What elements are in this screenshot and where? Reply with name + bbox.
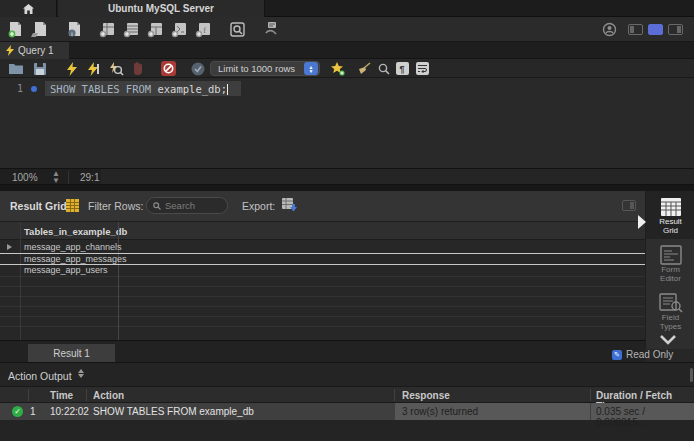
text-caret bbox=[227, 84, 228, 95]
collapse-panel-arrow-icon[interactable] bbox=[638, 215, 646, 229]
open-script-button[interactable] bbox=[30, 20, 49, 39]
execute-statement-button[interactable] bbox=[64, 61, 80, 76]
query-toolbar: Limit to 1000 rows ▲▼ ¶ bbox=[0, 59, 694, 78]
statement-marker-icon bbox=[31, 86, 37, 92]
create-function-button[interactable]: f bbox=[194, 20, 213, 39]
result-side-panel: Result Grid Form Editor Field Types bbox=[645, 191, 694, 349]
side-panel-item-label: Result Grid bbox=[654, 217, 688, 235]
commit-button[interactable] bbox=[190, 61, 206, 76]
grid-header-row: Tables_in_example_db bbox=[0, 222, 645, 240]
action-output-row[interactable]: ✓ 1 10:22:02 SHOW TABLES FROM example_db… bbox=[0, 403, 694, 420]
svg-text:f: f bbox=[203, 26, 206, 35]
filter-search-box[interactable] bbox=[146, 197, 228, 214]
create-procedure-icon bbox=[171, 21, 188, 38]
result-tab-bar: Result 1 bbox=[0, 340, 645, 362]
create-table-button[interactable] bbox=[122, 20, 141, 39]
column-header-time[interactable]: Time bbox=[50, 390, 73, 401]
empty-row-separator bbox=[0, 306, 645, 307]
result-panel-toggle-button[interactable] bbox=[622, 200, 636, 211]
side-panel-item-result-grid[interactable]: Result Grid bbox=[646, 191, 694, 239]
caret-position: 29:1 bbox=[80, 172, 99, 183]
statusbar-divider bbox=[68, 171, 69, 184]
action-output-panel: Action Output Time Action Response Durat… bbox=[0, 362, 694, 441]
inspector-button[interactable]: i bbox=[64, 20, 83, 39]
toggle-output-panel-button[interactable] bbox=[648, 24, 663, 35]
connection-status-button[interactable] bbox=[600, 20, 619, 39]
empty-row-separator bbox=[0, 286, 645, 287]
open-file-button[interactable] bbox=[8, 61, 24, 76]
home-tab[interactable] bbox=[0, 0, 57, 17]
create-schema-button[interactable] bbox=[98, 20, 117, 39]
result-grid-table[interactable]: Tables_in_example_db message_app_channel… bbox=[0, 222, 645, 340]
sql-editor[interactable]: 1 SHOW TABLES FROM example_db; bbox=[0, 78, 694, 168]
main-toolbar: i bbox=[0, 17, 694, 42]
search-table-data-button[interactable] bbox=[228, 20, 247, 39]
export-label: Export: bbox=[242, 200, 275, 212]
create-procedure-button[interactable] bbox=[170, 20, 189, 39]
grid-column-header[interactable]: Tables_in_example_db bbox=[24, 226, 127, 237]
toggle-left-sidebar-button[interactable] bbox=[628, 24, 643, 35]
toggle-invisible-chars-button[interactable]: ¶ bbox=[394, 61, 410, 76]
filter-search-input[interactable] bbox=[165, 200, 223, 211]
server-status-button[interactable] bbox=[262, 20, 281, 39]
output-selector-dropdown[interactable] bbox=[78, 369, 84, 378]
scrollbar[interactable] bbox=[690, 368, 693, 382]
execute-lightning-icon bbox=[67, 62, 77, 76]
result-grid-view-icon bbox=[660, 197, 682, 217]
table-row[interactable]: message_app_users bbox=[20, 265, 645, 275]
column-header-response[interactable]: Response bbox=[402, 390, 450, 401]
sql-identifier: example_db; bbox=[157, 83, 227, 95]
lightning-icon bbox=[6, 45, 14, 56]
filter-rows-label: Filter Rows: bbox=[88, 200, 143, 212]
create-view-button[interactable] bbox=[146, 20, 165, 39]
tab-result-1[interactable]: Result 1 bbox=[28, 344, 115, 363]
empty-row-separator bbox=[0, 316, 645, 317]
side-panel-item-label: Form Editor bbox=[654, 265, 688, 283]
action-row-duration: 0.035 sec / 0.000015... bbox=[591, 403, 694, 420]
explain-magnifier-icon bbox=[109, 62, 123, 76]
save-snippet-button[interactable] bbox=[330, 61, 346, 76]
mysql-workbench-window: Ubuntu MySQL Server i bbox=[0, 0, 694, 441]
export-icon[interactable] bbox=[282, 198, 298, 213]
query-tab-bar: Query 1 bbox=[0, 42, 694, 59]
column-header-action[interactable]: Action bbox=[93, 390, 124, 401]
commit-check-icon bbox=[191, 62, 205, 76]
save-script-button[interactable] bbox=[32, 61, 48, 76]
dropdown-stepper-icon: ▲▼ bbox=[304, 62, 318, 75]
stop-execution-button[interactable] bbox=[130, 61, 146, 76]
query-tab-label: Query 1 bbox=[18, 45, 54, 56]
word-wrap-icon bbox=[416, 62, 429, 75]
action-output-title: Action Output bbox=[8, 370, 72, 382]
editor-status-bar: 100% ▲▼ 29:1 bbox=[0, 168, 694, 185]
limit-rows-dropdown[interactable]: Limit to 1000 rows ▲▼ bbox=[210, 61, 320, 76]
column-divider bbox=[86, 389, 87, 401]
pilcrow-icon: ¶ bbox=[396, 62, 409, 75]
table-row[interactable]: message_app_messages bbox=[20, 254, 645, 264]
toggle-stop-on-error-button[interactable] bbox=[160, 61, 176, 76]
beautify-sql-button[interactable] bbox=[356, 61, 372, 76]
connection-tab[interactable]: Ubuntu MySQL Server bbox=[58, 0, 265, 17]
statusbar-right-section bbox=[101, 169, 694, 184]
empty-row-separator bbox=[0, 276, 645, 277]
stop-on-error-icon bbox=[161, 61, 176, 76]
side-panel-item-field-types[interactable]: Field Types bbox=[646, 287, 694, 335]
tab-query-1[interactable]: Query 1 bbox=[0, 42, 69, 59]
column-divider[interactable] bbox=[118, 222, 119, 340]
home-icon bbox=[23, 4, 34, 14]
side-panel-item-form-editor[interactable]: Form Editor bbox=[646, 239, 694, 287]
field-types-icon bbox=[659, 293, 683, 313]
gutter-divider bbox=[20, 222, 21, 340]
table-row[interactable]: message_app_channels bbox=[20, 242, 645, 252]
toggle-word-wrap-button[interactable] bbox=[414, 61, 430, 76]
toggle-right-sidebar-button[interactable] bbox=[668, 24, 683, 35]
right-panel-glyph bbox=[677, 26, 681, 33]
new-query-tab-button[interactable] bbox=[6, 20, 25, 39]
zoom-stepper[interactable]: ▲▼ bbox=[52, 170, 60, 184]
panel-glyph bbox=[630, 202, 634, 209]
snippet-star-icon bbox=[331, 62, 345, 76]
explain-statement-button[interactable] bbox=[108, 61, 124, 76]
document-info-icon: i bbox=[66, 21, 82, 38]
execute-current-statement-button[interactable] bbox=[86, 61, 102, 76]
sql-code-line[interactable]: SHOW TABLES FROM example_db; bbox=[50, 83, 228, 95]
find-button[interactable] bbox=[376, 61, 392, 76]
